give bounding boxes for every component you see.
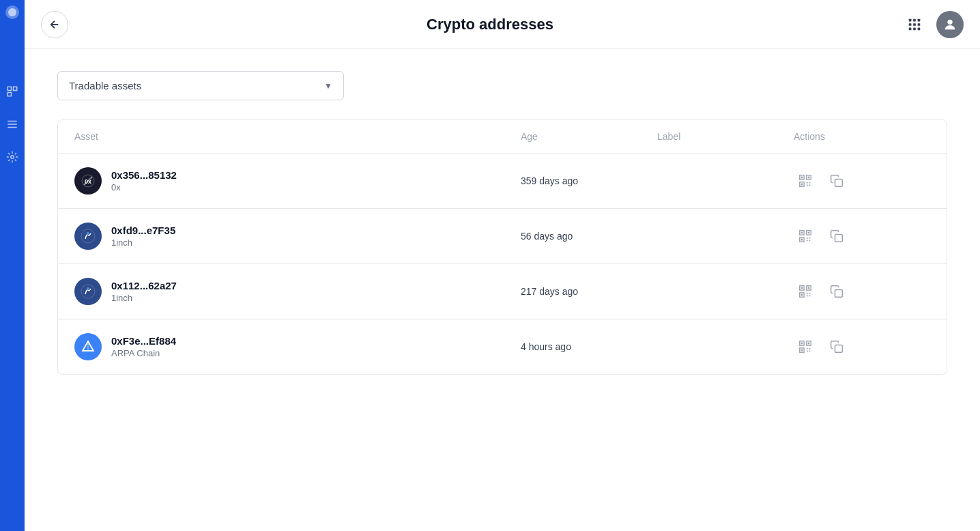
svg-rect-74 (801, 343, 803, 345)
0x-token-icon: 0x (80, 173, 96, 189)
copy-button-2[interactable] (825, 225, 848, 248)
svg-point-56 (87, 287, 89, 290)
header-left (41, 11, 68, 38)
svg-rect-75 (808, 343, 810, 345)
svg-rect-3 (14, 87, 17, 90)
asset-icon-1: 0x (74, 167, 102, 195)
asset-icon-3 (74, 278, 102, 305)
col-header-label: Label (657, 131, 794, 142)
svg-rect-37 (807, 185, 808, 186)
svg-rect-60 (801, 287, 803, 289)
svg-rect-2 (8, 87, 11, 90)
asset-cell-3: 0x112...62a27 1inch (74, 278, 521, 305)
svg-rect-28 (801, 184, 803, 186)
address-2: 0xfd9...e7F35 (111, 225, 175, 236)
main-content: Crypto addresses (25, 0, 980, 531)
svg-rect-81 (835, 345, 843, 353)
svg-point-54 (80, 283, 96, 300)
age-1: 359 days ago (521, 175, 657, 186)
svg-rect-49 (807, 238, 808, 239)
svg-rect-12 (909, 23, 912, 26)
svg-rect-78 (809, 348, 811, 349)
asset-icon-2 (74, 223, 102, 250)
svg-rect-61 (808, 287, 810, 289)
svg-rect-4 (8, 93, 11, 96)
copy-icon (830, 174, 844, 188)
qr-code-icon (798, 173, 813, 188)
1inch-token-icon-2 (80, 283, 96, 300)
svg-rect-77 (807, 348, 808, 349)
actions-3 (794, 280, 930, 303)
svg-rect-36 (809, 182, 811, 184)
sidebar-nav-3[interactable] (0, 145, 25, 169)
content-area: Tradable assets ▼ Asset Age Label Action… (25, 49, 980, 397)
address-1: 0x356...85132 (111, 169, 177, 181)
age-4: 4 hours ago (521, 341, 657, 352)
tradable-assets-dropdown[interactable]: Tradable assets ▼ (57, 71, 344, 100)
svg-rect-39 (835, 180, 843, 187)
svg-point-40 (80, 228, 96, 244)
table-row: 0x 0x356...85132 0x 359 days ago (58, 154, 947, 209)
asset-icon-4 (74, 333, 102, 360)
network-3: 1inch (111, 293, 177, 303)
svg-rect-10 (913, 18, 916, 21)
svg-rect-66 (809, 296, 811, 297)
header-right (901, 11, 964, 38)
svg-rect-15 (909, 27, 912, 30)
qr-code-icon (798, 339, 813, 354)
sidebar-nav-1[interactable] (0, 79, 25, 104)
svg-rect-16 (913, 27, 916, 30)
qr-code-icon (798, 284, 813, 299)
qr-button-2[interactable] (794, 225, 817, 248)
arpa-token-icon (80, 339, 96, 355)
age-3: 217 days ago (521, 286, 657, 297)
asset-info-1: 0x356...85132 0x (111, 169, 177, 192)
apps-button[interactable] (901, 11, 928, 38)
svg-rect-26 (801, 177, 803, 179)
copy-button-4[interactable] (825, 335, 848, 358)
page-title: Crypto addresses (427, 16, 553, 33)
asset-info-2: 0xfd9...e7F35 1inch (111, 225, 175, 248)
svg-rect-62 (801, 294, 803, 296)
svg-point-8 (11, 156, 14, 159)
copy-icon (830, 285, 844, 298)
1inch-token-icon (80, 228, 96, 244)
header: Crypto addresses (25, 0, 980, 49)
copy-button-3[interactable] (825, 280, 848, 303)
svg-rect-11 (918, 18, 921, 21)
qr-button-4[interactable] (794, 335, 817, 358)
col-header-age: Age (521, 131, 657, 142)
svg-point-1 (8, 8, 16, 16)
col-header-asset: Asset (74, 131, 521, 142)
table-header: Asset Age Label Actions (58, 120, 947, 154)
qr-button-1[interactable] (794, 169, 817, 192)
asset-cell-4: 0xF3e...Ef884 ARPA Chain (74, 333, 521, 360)
network-1: 0x (111, 182, 177, 192)
svg-rect-67 (835, 290, 843, 298)
svg-rect-53 (835, 235, 843, 242)
copy-button-1[interactable] (825, 169, 848, 192)
sidebar-nav-2[interactable] (0, 112, 25, 137)
actions-2 (794, 225, 930, 248)
table-row: 0xfd9...e7F35 1inch 56 days ago (58, 209, 947, 264)
svg-rect-17 (918, 27, 921, 30)
asset-cell-2: 0xfd9...e7F35 1inch (74, 223, 521, 250)
user-avatar[interactable] (936, 11, 964, 38)
sidebar-logo (0, 0, 25, 25)
qr-code-icon (798, 229, 813, 244)
age-2: 56 days ago (521, 231, 657, 242)
svg-rect-9 (909, 18, 912, 21)
nav-icon-3 (6, 151, 18, 163)
asset-info-4: 0xF3e...Ef884 ARPA Chain (111, 335, 176, 358)
qr-button-3[interactable] (794, 280, 817, 303)
svg-rect-46 (801, 232, 803, 234)
nav-icon-1 (6, 85, 18, 98)
dropdown-label: Tradable assets (69, 80, 141, 91)
svg-rect-79 (807, 351, 808, 352)
logo-icon (4, 4, 20, 20)
svg-rect-50 (809, 238, 811, 239)
svg-point-42 (87, 232, 89, 235)
back-button[interactable] (41, 11, 68, 38)
copy-icon (830, 229, 844, 243)
network-2: 1inch (111, 238, 175, 248)
